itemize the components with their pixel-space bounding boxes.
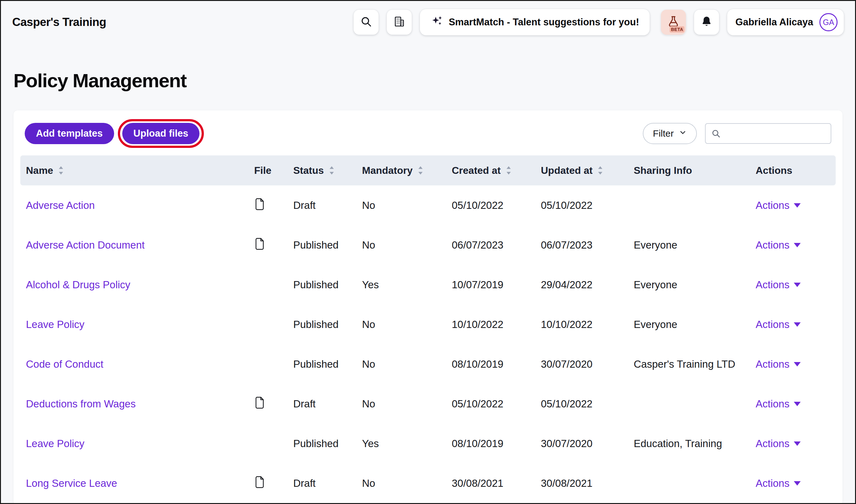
policy-name-link[interactable]: Long Service Leave xyxy=(26,478,117,489)
column-header-name[interactable]: Name xyxy=(20,156,251,185)
created-at-cell: 10/07/2019 xyxy=(449,265,538,305)
table-row: Adverse Action Draft No 05/10/2022 05/10… xyxy=(20,185,836,225)
card-toolbar: Add templates Upload files Filter xyxy=(14,110,842,156)
updated-at-cell: 30/07/2020 xyxy=(538,344,630,384)
status-cell: Published xyxy=(290,344,359,384)
column-header-status[interactable]: Status xyxy=(290,156,359,185)
sharing-info-cell xyxy=(630,463,752,503)
beta-badge: BETA xyxy=(670,26,684,33)
smartmatch-label: SmartMatch - Talent suggestions for you! xyxy=(449,17,639,28)
user-menu[interactable]: Gabriella Alicaya GA xyxy=(727,9,844,35)
sort-icon xyxy=(504,165,513,176)
upload-files-button[interactable]: Upload files xyxy=(122,123,200,144)
sort-icon xyxy=(595,165,605,176)
policy-name-link[interactable]: Adverse Action xyxy=(26,199,95,211)
app-title: Casper's Training xyxy=(12,16,106,29)
table-search-input[interactable] xyxy=(705,123,831,144)
sharing-info-cell: Everyone xyxy=(630,265,752,305)
actions-dropdown[interactable]: Actions xyxy=(756,398,801,410)
file-document-icon[interactable] xyxy=(254,396,265,409)
created-at-cell: 10/10/2022 xyxy=(449,305,538,344)
add-templates-button[interactable]: Add templates xyxy=(25,123,114,144)
file-document-icon[interactable] xyxy=(254,198,265,211)
smartmatch-button[interactable]: SmartMatch - Talent suggestions for you! xyxy=(420,9,650,35)
page-title: Policy Management xyxy=(14,71,855,90)
sparkle-icon xyxy=(430,15,443,30)
building-icon xyxy=(393,16,405,29)
chevron-down-icon xyxy=(794,442,801,446)
updated-at-cell: 30/08/2021 xyxy=(538,463,630,503)
mandatory-cell: No xyxy=(359,384,449,424)
file-document-icon[interactable] xyxy=(254,237,265,250)
sharing-info-cell: Education, Training xyxy=(630,424,752,463)
status-cell: Published xyxy=(290,305,359,344)
column-header-sharing-info: Sharing Info xyxy=(630,156,752,185)
organisation-button[interactable] xyxy=(387,10,412,35)
sharing-info-cell xyxy=(630,384,752,424)
chevron-down-icon xyxy=(794,203,801,208)
table-row: Alcohol & Drugs Policy Published Yes 10/… xyxy=(20,265,836,305)
actions-dropdown[interactable]: Actions xyxy=(756,319,801,330)
actions-dropdown[interactable]: Actions xyxy=(756,239,801,251)
policy-card: Add templates Upload files Filter xyxy=(14,110,842,504)
updated-at-cell: 29/04/2022 xyxy=(538,265,630,305)
mandatory-cell: No xyxy=(359,463,449,503)
status-cell: Published xyxy=(290,225,359,265)
actions-dropdown[interactable]: Actions xyxy=(756,358,801,370)
filter-button[interactable]: Filter xyxy=(643,123,697,144)
updated-at-cell: 05/10/2022 xyxy=(538,185,630,225)
table-row: Leave Policy Published No 10/10/2022 10/… xyxy=(20,305,836,344)
created-at-cell: 30/08/2021 xyxy=(449,463,538,503)
table-row: Deductions from Wages Draft No 05/10/202… xyxy=(20,384,836,424)
notifications-button[interactable] xyxy=(694,10,719,35)
column-header-mandatory[interactable]: Mandatory xyxy=(359,156,449,185)
mandatory-cell: Yes xyxy=(359,424,449,463)
topbar: Casper's Training SmartMatch - Talent su… xyxy=(1,1,855,41)
sharing-info-cell: Everyone xyxy=(630,305,752,344)
actions-dropdown[interactable]: Actions xyxy=(756,478,801,489)
policy-table: Name File Status Mandatory Created at Up… xyxy=(14,156,842,503)
column-header-updated-at[interactable]: Updated at xyxy=(538,156,630,185)
sort-icon xyxy=(327,165,336,176)
file-document-icon[interactable] xyxy=(254,475,265,489)
created-at-cell: 08/10/2019 xyxy=(449,344,538,384)
chevron-down-icon xyxy=(679,128,687,139)
updated-at-cell: 10/10/2022 xyxy=(538,305,630,344)
avatar: GA xyxy=(819,13,838,31)
policy-name-link[interactable]: Alcohol & Drugs Policy xyxy=(26,279,130,290)
table-row: Code of Conduct Published No 08/10/2019 … xyxy=(20,344,836,384)
topbar-actions: SmartMatch - Talent suggestions for you!… xyxy=(354,9,844,35)
filter-label: Filter xyxy=(653,128,674,139)
table-row: Adverse Action Document Published No 06/… xyxy=(20,225,836,265)
user-name: Gabriella Alicaya xyxy=(735,17,813,28)
chevron-down-icon xyxy=(794,362,801,366)
created-at-cell: 05/10/2022 xyxy=(449,384,538,424)
chevron-down-icon xyxy=(794,283,801,287)
table-row: Long Service Leave Draft No 30/08/2021 3… xyxy=(20,463,836,503)
mandatory-cell: No xyxy=(359,225,449,265)
actions-dropdown[interactable]: Actions xyxy=(756,279,801,291)
sharing-info-cell xyxy=(630,185,752,225)
status-cell: Published xyxy=(290,424,359,463)
policy-name-link[interactable]: Leave Policy xyxy=(26,438,85,449)
policy-name-link[interactable]: Leave Policy xyxy=(26,319,85,330)
mandatory-cell: No xyxy=(359,344,449,384)
sort-icon xyxy=(56,165,66,176)
status-cell: Draft xyxy=(290,463,359,503)
labs-button[interactable]: BETA xyxy=(661,10,686,35)
created-at-cell: 06/07/2023 xyxy=(449,225,538,265)
updated-at-cell: 05/10/2022 xyxy=(538,384,630,424)
policy-name-link[interactable]: Adverse Action Document xyxy=(26,239,145,251)
actions-dropdown[interactable]: Actions xyxy=(756,438,801,450)
chevron-down-icon xyxy=(794,243,801,247)
actions-dropdown[interactable]: Actions xyxy=(756,199,801,211)
column-header-actions: Actions xyxy=(752,156,836,185)
status-cell: Draft xyxy=(290,384,359,424)
sharing-info-cell: Everyone xyxy=(630,225,752,265)
column-header-created-at[interactable]: Created at xyxy=(449,156,538,185)
chevron-down-icon xyxy=(794,481,801,486)
policy-name-link[interactable]: Deductions from Wages xyxy=(26,398,136,410)
search-button[interactable] xyxy=(354,10,379,35)
policy-name-link[interactable]: Code of Conduct xyxy=(26,358,104,370)
search-icon xyxy=(360,16,372,29)
